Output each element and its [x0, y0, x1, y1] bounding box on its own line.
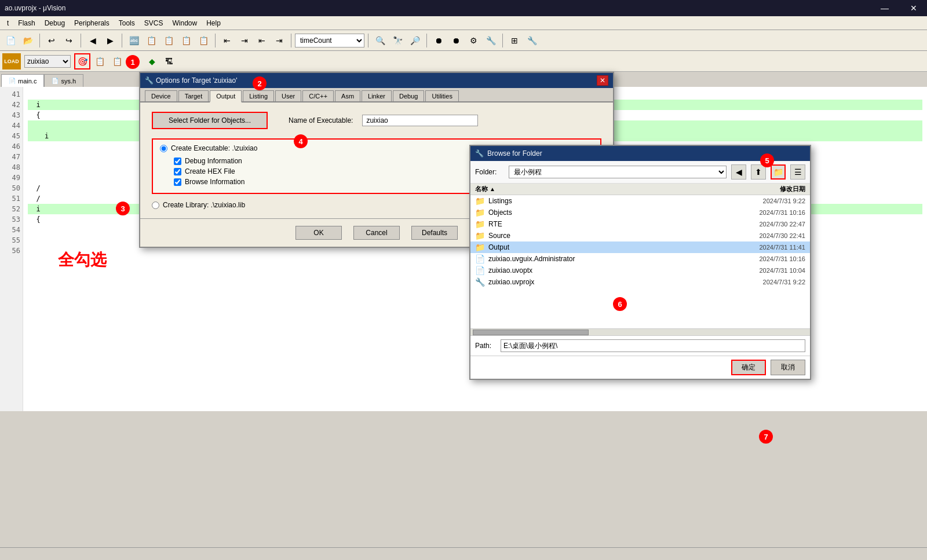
create-exec-radio[interactable]	[160, 145, 167, 152]
file-name: Output	[488, 243, 724, 251]
file-icon: 📄	[475, 254, 485, 263]
options-ok-btn[interactable]: OK	[295, 226, 342, 240]
browse-folder-select[interactable]: 最小例程	[509, 166, 727, 178]
tab-output[interactable]: Output	[210, 90, 242, 103]
file-name: Objects	[488, 208, 724, 217]
tab-label-main: main.c	[18, 78, 37, 85]
annotation-7: 7	[759, 430, 773, 444]
file-list-item[interactable]: 📁 Objects 2024/7/31 10:16	[470, 207, 810, 218]
toolbar-btn6[interactable]: 📋	[143, 32, 159, 49]
options-close-btn[interactable]: ✕	[597, 75, 608, 86]
select-folder-button[interactable]: Select Folder for Objects...	[152, 112, 268, 129]
tab-cpp[interactable]: C/C++	[302, 90, 334, 101]
create-hex-checkbox[interactable]	[174, 168, 181, 175]
tab-main-c[interactable]: 📄 main.c	[1, 74, 44, 87]
browse-title-bar: 🔧 Browse for Folder	[470, 146, 810, 161]
menu-item-window[interactable]: Window	[167, 18, 202, 28]
tab-target[interactable]: Target	[178, 90, 209, 101]
toolbar-btn5[interactable]: 🔤	[126, 32, 142, 49]
browse-folder-label: Folder:	[475, 168, 504, 176]
toolbar2-btn2[interactable]: 📋	[92, 53, 108, 69]
file-icon: 📁	[475, 208, 485, 217]
browse-view-btn[interactable]: ☰	[790, 164, 805, 180]
toolbar2-btn6[interactable]: 🏗	[161, 53, 177, 69]
toolbar-btn9[interactable]: 📋	[195, 32, 211, 49]
h-scroll-thumb[interactable]	[473, 330, 589, 335]
browse-title-icon: 🔧	[475, 149, 484, 158]
toolbar-zoom[interactable]: 🔎	[407, 32, 423, 49]
file-list-body[interactable]: 📁 Listings 2024/7/31 9:22📁 Objects 2024/…	[470, 195, 810, 328]
toolbar-indent1[interactable]: ⇤	[219, 32, 235, 49]
menu-bar: t Flash Debug Peripherals Tools SVCS Win…	[0, 16, 927, 30]
browse-ok-btn[interactable]: 确定	[731, 360, 766, 375]
toolbar-new[interactable]: 📄	[2, 32, 19, 49]
toolbar-undo[interactable]: ↩	[43, 32, 60, 49]
target-dropdown[interactable]: zuixiao	[24, 55, 71, 68]
toolbar-open[interactable]: 📂	[20, 32, 36, 49]
file-date: 2024/7/31 9:22	[724, 197, 805, 204]
menu-item-help[interactable]: Help	[202, 18, 225, 28]
tab-asm[interactable]: Asm	[335, 90, 360, 101]
tab-user[interactable]: User	[275, 90, 301, 101]
menu-item-flash[interactable]: Flash	[13, 18, 39, 28]
debug-info-checkbox[interactable]	[174, 158, 181, 165]
toolbar-gear[interactable]: ⚙	[465, 32, 481, 49]
options-target-button[interactable]: 🎯	[74, 53, 90, 69]
toolbar-sep1	[39, 34, 40, 47]
file-list-item[interactable]: 📄 zuixiao.uvguix.Administrator 2024/7/31…	[470, 253, 810, 265]
menu-item-tools[interactable]: Tools	[114, 18, 140, 28]
toolbar-btn7[interactable]: 📋	[160, 32, 177, 49]
toolbar-more[interactable]: 🔧	[483, 32, 499, 49]
file-icon: 📁	[475, 196, 485, 206]
tab-linker[interactable]: Linker	[362, 90, 392, 101]
browse-new-folder-btn[interactable]: 📁	[771, 164, 786, 180]
h-scroll[interactable]	[470, 328, 810, 335]
tab-listing[interactable]: Listing	[243, 90, 274, 101]
minimize-button[interactable]: —	[871, 0, 898, 16]
menu-item-peripherals[interactable]: Peripherals	[70, 18, 114, 28]
file-list-item[interactable]: 📁 RTE 2024/7/30 22:47	[470, 218, 810, 230]
name-exec-input[interactable]	[362, 115, 478, 126]
close-button[interactable]: ✕	[900, 0, 927, 16]
toolbar-sep6	[368, 34, 368, 47]
file-list-item[interactable]: 📄 zuixiao.uvoptx 2024/7/31 10:04	[470, 265, 810, 276]
toolbar-indent4[interactable]: ⇥	[271, 32, 287, 49]
browse-up-btn[interactable]: ⬆	[751, 164, 766, 180]
create-lib-radio[interactable]	[152, 202, 159, 209]
toolbar2-btn4[interactable]: ◆	[126, 53, 143, 69]
browse-cancel-btn[interactable]: 取消	[771, 360, 805, 375]
toolbar-circle[interactable]: ⏺	[448, 32, 464, 49]
options-cancel-btn[interactable]: Cancel	[353, 226, 400, 240]
file-icon: 📁	[475, 243, 485, 252]
tab-utilities[interactable]: Utilities	[425, 90, 458, 101]
file-list-item[interactable]: 📁 Source 2024/7/30 22:41	[470, 230, 810, 241]
target-select[interactable]: timeCount	[295, 34, 364, 47]
toolbar-indent3[interactable]: ⇤	[254, 32, 270, 49]
path-input[interactable]	[501, 339, 805, 352]
toolbar-indent2[interactable]: ⇥	[236, 32, 253, 49]
menu-item-debug[interactable]: Debug	[40, 18, 70, 28]
toolbar-forward[interactable]: ▶	[102, 32, 118, 49]
tab-sys-h[interactable]: 📄 sys.h	[44, 74, 83, 87]
browse-info-checkbox[interactable]	[174, 178, 181, 186]
toolbar-search[interactable]: 🔍	[372, 32, 388, 49]
file-list-item[interactable]: 📁 Output 2024/7/31 11:41	[470, 241, 810, 253]
toolbar-redo[interactable]: ↪	[61, 32, 77, 49]
options-defaults-btn[interactable]: Defaults	[411, 226, 458, 240]
file-list-item[interactable]: 🔧 zuixiao.uvprojx 2024/7/31 9:22	[470, 276, 810, 288]
file-list-header: 名称 ▲ 修改日期	[470, 184, 810, 195]
toolbar-grid[interactable]: ⊞	[506, 32, 523, 49]
file-list-item[interactable]: 📁 Listings 2024/7/31 9:22	[470, 195, 810, 207]
toolbar-settings2[interactable]: 🔧	[524, 32, 540, 49]
toolbar2-btn5[interactable]: ◆	[144, 53, 160, 69]
tab-device[interactable]: Device	[145, 90, 177, 101]
tab-debug[interactable]: Debug	[393, 90, 424, 101]
toolbar-binoculars[interactable]: 🔭	[389, 32, 406, 49]
toolbar-btn8[interactable]: 📋	[178, 32, 194, 49]
browse-back-btn[interactable]: ◀	[731, 164, 746, 180]
toolbar-run[interactable]: ⏺	[430, 32, 447, 49]
toolbar-back[interactable]: ◀	[85, 32, 101, 49]
menu-item-svcs[interactable]: SVCS	[140, 18, 168, 28]
menu-item-file[interactable]: t	[2, 18, 13, 28]
toolbar2-btn3[interactable]: 📋	[109, 53, 125, 69]
